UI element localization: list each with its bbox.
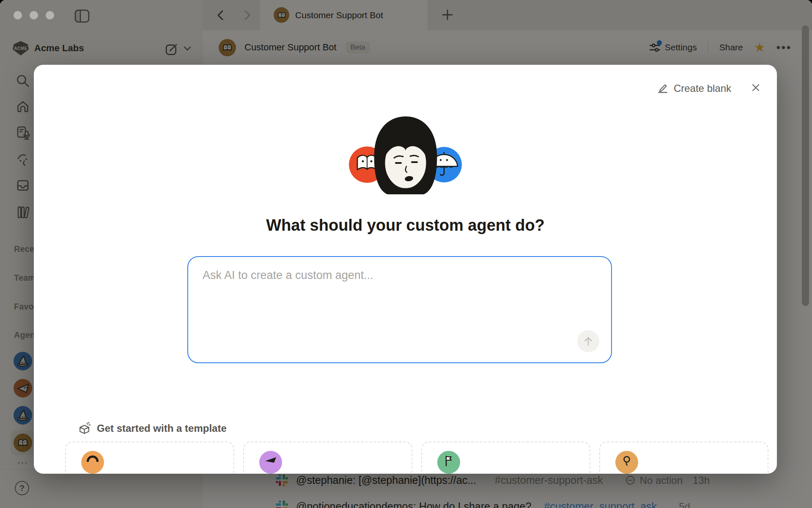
template-icon-balloon — [615, 451, 638, 474]
submit-prompt-button[interactable] — [577, 330, 599, 352]
template-card[interactable] — [65, 442, 234, 474]
template-card[interactable] — [243, 442, 412, 474]
template-box-icon — [78, 422, 91, 435]
close-window-button[interactable] — [14, 11, 22, 19]
agent-illustration — [348, 110, 463, 201]
template-icon-paper-plane — [259, 451, 282, 474]
template-card[interactable] — [599, 442, 768, 474]
app-window: ACME Acme Labs Recents Teamspaces — [0, 0, 812, 508]
create-agent-modal: Create blank — [34, 65, 777, 474]
templates-heading: Get started with a template — [78, 422, 227, 435]
arrow-up-icon — [582, 335, 595, 348]
template-card[interactable] — [421, 442, 590, 474]
create-blank-button[interactable]: Create blank — [657, 83, 731, 94]
template-icon-arch — [81, 451, 104, 474]
close-icon[interactable] — [750, 82, 762, 95]
zoom-window-button[interactable] — [46, 11, 54, 19]
pencil-line-icon — [657, 83, 669, 94]
app-screen: ACME Acme Labs Recents Teamspaces — [0, 0, 812, 508]
modal-heading: What should your custom agent do? — [34, 216, 777, 235]
agent-prompt-input[interactable] — [188, 257, 611, 362]
traffic-lights — [14, 11, 54, 19]
template-icon-flag — [437, 451, 460, 474]
prompt-input-wrapper — [187, 256, 612, 363]
minimize-window-button[interactable] — [30, 11, 38, 19]
